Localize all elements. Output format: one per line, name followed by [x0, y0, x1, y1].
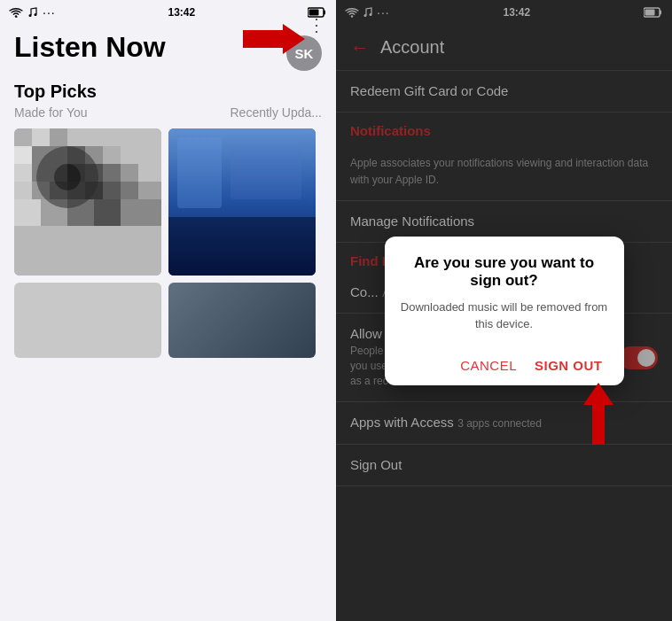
ellipsis-icon: ···	[43, 5, 56, 19]
listen-now-title: Listen Now	[14, 32, 166, 63]
right-panel: ··· 13:42 ← Account Redeem Gift Card or …	[336, 0, 672, 621]
album-art-svg-left	[14, 128, 161, 276]
svg-rect-17	[103, 146, 121, 164]
three-dots-arrow-container	[238, 19, 309, 63]
sign-out-button[interactable]: SIGN OUT	[535, 358, 603, 373]
svg-rect-39	[177, 137, 222, 208]
three-dots-menu[interactable]: ⋮	[308, 14, 325, 35]
sign-out-dialog: Are you sure you want to sign out? Downl…	[385, 237, 624, 385]
wifi-icon	[9, 7, 23, 18]
made-for-you-label: Made for You	[14, 105, 88, 120]
svg-marker-6	[243, 24, 305, 54]
svg-rect-11	[14, 146, 32, 164]
album-row-top	[0, 128, 336, 276]
svg-point-37	[54, 164, 81, 190]
svg-rect-28	[121, 182, 138, 199]
up-arrow-container	[574, 378, 623, 453]
cancel-button[interactable]: CANCEL	[460, 358, 517, 373]
album-bottom-right[interactable]	[168, 283, 316, 358]
dialog-title: Are you sure you want to sign out?	[401, 254, 608, 290]
status-icons-left: ···	[9, 5, 56, 19]
album-bottom-left[interactable]	[14, 283, 161, 358]
top-picks-label: Top Picks	[14, 82, 322, 102]
status-time-left: 13:42	[168, 6, 195, 19]
svg-rect-35	[14, 226, 161, 276]
music-icon	[27, 6, 38, 19]
svg-rect-27	[138, 164, 161, 182]
svg-point-1	[29, 14, 32, 17]
right-arrow-indicator	[238, 19, 309, 59]
svg-rect-20	[14, 182, 32, 199]
svg-rect-26	[121, 164, 138, 182]
svg-rect-9	[32, 128, 50, 146]
album-row-bottom	[0, 276, 336, 358]
svg-rect-10	[50, 128, 67, 146]
svg-marker-48	[583, 383, 613, 445]
svg-point-2	[35, 13, 37, 16]
top-picks-section: Top Picks Made for You Recently Upda...	[0, 82, 336, 120]
svg-point-0	[15, 15, 17, 17]
svg-rect-34	[121, 199, 161, 226]
svg-rect-29	[138, 182, 161, 199]
album-art-left[interactable]	[14, 128, 161, 276]
svg-rect-19	[103, 164, 121, 182]
svg-rect-41	[168, 217, 316, 276]
svg-rect-33	[94, 199, 121, 226]
up-arrow-indicator	[574, 378, 623, 449]
album-art-right[interactable]	[168, 128, 316, 276]
svg-rect-14	[14, 164, 32, 182]
dialog-overlay: Are you sure you want to sign out? Downl…	[336, 0, 672, 621]
top-picks-sub-row: Made for You Recently Upda...	[14, 105, 322, 120]
svg-rect-8	[14, 128, 32, 146]
left-panel: ··· 13:42 Listen Now SK ⋮ Top Picks Made…	[0, 0, 336, 621]
svg-rect-30	[14, 199, 41, 226]
svg-rect-40	[231, 146, 301, 199]
album-art-svg-right	[168, 128, 316, 276]
svg-rect-25	[103, 182, 121, 199]
dialog-message: Downloaded music will be removed from th…	[401, 299, 608, 333]
recently-updated-label: Recently Upda...	[231, 105, 323, 120]
